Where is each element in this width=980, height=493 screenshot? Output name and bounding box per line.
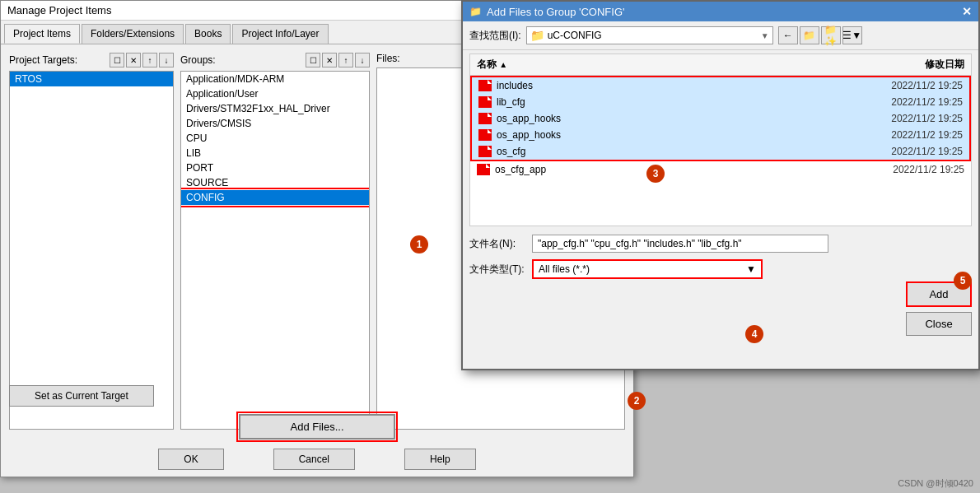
sort-arrow: ▲ [499,60,507,69]
groups-header: Groups: ☐ ✕ ↑ ↓ [180,53,370,67]
files-label: Files: [376,53,400,64]
group-source[interactable]: SOURCE [181,175,369,190]
filetype-value: All files (*.*) [539,263,590,275]
combo-down-arrow: ▼ [761,31,769,40]
targets-add-btn[interactable]: ☐ [110,53,124,67]
group-drivers-stm[interactable]: Drivers/STM32F1xx_HAL_Driver [181,101,369,116]
targets-icons: ☐ ✕ ↑ ↓ [110,53,174,67]
tab-project-items[interactable]: Project Items [4,24,80,44]
file-date-os-cfg: 2022/11/2 19:25 [891,146,963,157]
set-current-target-btn[interactable]: Set as Current Target [9,385,154,407]
file-icon-os-app-hooks-2 [478,129,492,141]
cancel-btn[interactable]: Cancel [273,449,355,470]
file-list-container: 名称 ▲ 修改日期 includes 2022/11/2 19:25 lib_c… [469,53,972,226]
badge-2: 2 [628,392,646,410]
badge-4: 4 [745,325,763,343]
search-range-label: 查找范围(I): [469,29,521,43]
tab-project-info-layer[interactable]: Project Info/Layer [232,24,328,44]
add-files-btn[interactable]: Add Files... [239,414,394,440]
targets-header: Project Targets: ☐ ✕ ↑ ↓ [9,53,174,67]
groups-label: Groups: [180,54,216,66]
file-date-os-app-hooks-1: 2022/11/2 19:25 [891,113,963,124]
project-targets-panel: Project Targets: ☐ ✕ ↑ ↓ RTOS [9,53,174,430]
filetype-label: 文件类型(T): [469,263,527,277]
filetype-select[interactable]: All files (*.*) ▼ [532,259,763,279]
file-date-includes: 2022/11/2 19:25 [891,80,963,91]
groups-down-btn[interactable]: ↓ [355,53,370,67]
file-os-cfg[interactable]: os_cfg 2022/11/2 19:25 [472,143,969,160]
groups-listbox[interactable]: Application/MDK-ARM Application/User Dri… [180,71,370,430]
targets-down-btn[interactable]: ↓ [159,53,174,67]
addfiles-title: Add Files to Group 'CONFIG' [487,6,625,18]
filename-row: 文件名(N): [469,235,972,253]
selected-files-group: includes 2022/11/2 19:25 lib_cfg 2022/11… [470,76,971,161]
close-icon[interactable]: ✕ [962,5,972,18]
addfiles-title-area: 📁 Add Files to Group 'CONFIG' [469,6,625,18]
file-name-os-app-hooks-1: os_app_hooks [497,113,891,124]
folder-combo[interactable]: 📁 uC-CONFIG ▼ [526,26,773,44]
nav-new-folder-btn[interactable]: 📁✨ [821,26,841,44]
badge-5: 5 [954,272,972,290]
addfiles-titlebar: 📁 Add Files to Group 'CONFIG' ✕ [463,2,978,21]
close-btn[interactable]: Close [906,312,972,336]
file-date-os-cfg-app: 2022/11/2 19:25 [893,164,964,175]
manage-title: Manage Project Items [7,4,111,16]
file-icon-includes [478,80,492,91]
group-app-mdk[interactable]: Application/MDK-ARM [181,72,369,86]
file-icon-lib-cfg [478,96,492,108]
addfiles-fields: 文件名(N): 文件类型(T): All files (*.*) ▼ [463,230,978,291]
tab-folders-extensions[interactable]: Folders/Extensions [82,24,184,44]
file-name-os-app-hooks-2: os_app_hooks [497,129,891,141]
targets-del-btn[interactable]: ✕ [126,53,141,67]
addfiles-icon: 📁 [469,6,482,17]
combo-text-area: 📁 uC-CONFIG [530,29,602,42]
group-app-user[interactable]: Application/User [181,86,369,101]
groups-add-btn[interactable]: ☐ [306,53,320,67]
set-target-area: Set as Current Target [9,385,154,407]
group-config[interactable]: CONFIG [181,190,369,205]
file-icon-os-app-hooks-1 [478,113,492,124]
file-includes[interactable]: includes 2022/11/2 19:25 [472,77,969,94]
filetype-arrow: ▼ [746,263,756,275]
groups-del-btn[interactable]: ✕ [322,53,337,67]
current-folder-text: uC-CONFIG [548,30,602,41]
group-port[interactable]: PORT [181,160,369,175]
folder-icon: 📁 [530,29,544,42]
group-cpu[interactable]: CPU [181,131,369,146]
groups-up-btn[interactable]: ↑ [338,53,353,67]
targets-up-btn[interactable]: ↑ [142,53,157,67]
nav-back-btn[interactable]: ← [778,26,798,44]
filename-label: 文件名(N): [469,237,527,251]
targets-label: Project Targets: [9,54,77,66]
manage-bottom-btns: OK Cancel Help [1,449,633,470]
group-lib[interactable]: LIB [181,146,369,160]
file-icon-os-cfg-app [477,164,490,175]
nav-up-btn[interactable]: 📁 [800,26,819,44]
group-drivers-cmsis[interactable]: Drivers/CMSIS [181,116,369,131]
groups-panel: Groups: ☐ ✕ ↑ ↓ Application/MDK-ARM Appl… [180,53,370,430]
badge-1: 1 [410,235,428,253]
manage-footer: Add Files... [1,414,633,440]
addfiles-window: 📁 Add Files to Group 'CONFIG' ✕ 查找范围(I):… [461,0,980,370]
toolbar-nav-btns: ← 📁 📁✨ ☰▼ [778,26,862,44]
file-lib-cfg[interactable]: lib_cfg 2022/11/2 19:25 [472,94,969,110]
file-os-app-hooks-2[interactable]: os_app_hooks 2022/11/2 19:25 [472,127,969,143]
date-col-header: 修改日期 [925,58,964,72]
targets-listbox[interactable]: RTOS [9,71,174,430]
addfiles-toolbar: 查找范围(I): 📁 uC-CONFIG ▼ ← 📁 📁✨ ☰▼ [463,21,978,50]
nav-view-btn[interactable]: ☰▼ [842,26,862,44]
file-os-app-hooks-1[interactable]: os_app_hooks 2022/11/2 19:25 [472,110,969,127]
ok-btn[interactable]: OK [158,449,223,470]
filename-input[interactable] [532,235,828,253]
file-list-header: 名称 ▲ 修改日期 [470,54,971,76]
file-name-os-cfg-app: os_cfg_app [495,164,893,175]
tab-books[interactable]: Books [185,24,231,44]
file-name-os-cfg: os_cfg [497,146,891,157]
file-name-includes: includes [497,80,891,91]
file-os-cfg-app[interactable]: os_cfg_app 2022/11/2 19:25 [470,161,971,178]
target-rtos[interactable]: RTOS [10,72,173,86]
file-name-lib-cfg: lib_cfg [497,96,891,108]
name-col-header: 名称 ▲ [477,58,507,72]
groups-icons: ☐ ✕ ↑ ↓ [306,53,370,67]
help-btn[interactable]: Help [404,449,476,470]
